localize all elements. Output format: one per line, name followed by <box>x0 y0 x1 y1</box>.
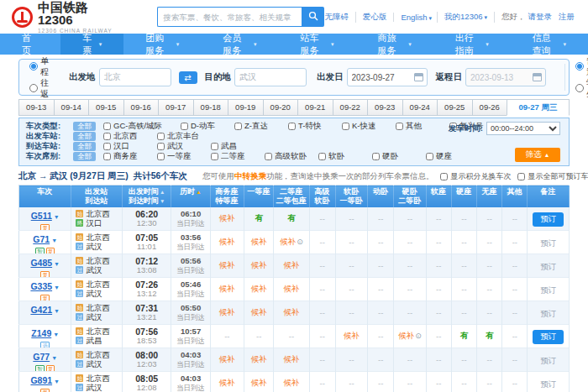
book-button[interactable]: 预订 <box>540 356 556 365</box>
date-tab[interactable]: 09-15 <box>88 99 124 116</box>
seat-cell[interactable]: --⊙ <box>309 207 335 231</box>
seat-cell[interactable]: --⊙ <box>309 230 335 253</box>
date-tab[interactable]: 09-23 <box>367 99 403 116</box>
seat-cell[interactable]: 候补⊙ <box>394 324 426 348</box>
date-tab[interactable]: 09-20 <box>263 99 299 116</box>
seat-cell[interactable]: --⊙ <box>451 207 476 231</box>
train-number-link[interactable]: G335 <box>30 281 52 291</box>
seat-cell[interactable]: 候补⊙ <box>210 207 244 231</box>
nav-item[interactable]: 首页 <box>0 34 60 55</box>
filter-option[interactable]: 软卧 <box>318 151 372 162</box>
column-header[interactable]: 硬卧 二等卧 <box>394 186 426 207</box>
seat-cell[interactable]: --⊙ <box>335 371 367 392</box>
depart-time-select[interactable]: 00:00--24:00 <box>486 122 560 135</box>
seat-cell[interactable]: --⊙ <box>394 253 426 277</box>
seat-cell[interactable]: --⊙ <box>368 324 394 348</box>
seat-cell[interactable]: --⊙ <box>368 301 394 324</box>
passenger-type-option[interactable]: 普通 <box>575 55 588 77</box>
filter-option[interactable]: Z-直达 <box>234 121 288 132</box>
seat-cell[interactable]: --⊙ <box>309 324 335 348</box>
nav-item[interactable]: 商旅服务 ▾ <box>356 34 433 55</box>
train-number-link[interactable]: G511 <box>31 211 52 221</box>
sort-desc-icon[interactable]: ▼ <box>160 198 165 204</box>
column-header[interactable]: 硬座 <box>451 186 476 207</box>
select-all-button[interactable]: 全部 <box>73 122 96 131</box>
refresh-icon[interactable]: ⊙ <box>415 332 422 340</box>
column-header[interactable]: 软卧 一等卧 <box>335 186 367 207</box>
seat-cell[interactable]: 候补⊙ <box>210 371 244 392</box>
filter-option-checkbox[interactable] <box>234 123 242 130</box>
nav-item[interactable]: 团购服务 ▾ <box>123 34 201 55</box>
date-tab[interactable]: 09-24 <box>402 99 438 116</box>
filter-option-checkbox[interactable] <box>318 153 326 160</box>
seat-cell[interactable]: --⊙ <box>394 207 426 231</box>
seat-cell[interactable]: --⊙ <box>335 301 367 324</box>
seat-cell[interactable]: --⊙ <box>502 371 528 392</box>
chevron-down-icon[interactable]: ▼ <box>54 214 60 220</box>
seat-cell[interactable]: --⊙ <box>368 371 394 392</box>
seat-cell[interactable]: 候补⊙ <box>210 301 244 324</box>
book-button[interactable]: 预订 <box>540 379 556 389</box>
seat-cell[interactable]: --⊙ <box>502 324 528 348</box>
seat-cell[interactable]: --⊙ <box>451 277 476 301</box>
filter-button[interactable]: 筛选▲ <box>515 148 560 162</box>
seat-cell[interactable]: 候补⊙ <box>210 230 244 253</box>
nav-item[interactable]: 车票 ▾ <box>60 34 123 55</box>
sort-asc-icon[interactable]: ▲ <box>160 189 165 195</box>
column-header[interactable]: 历时▲ <box>171 186 210 207</box>
seat-cell[interactable]: --⊙ <box>244 324 274 348</box>
seat-cell[interactable]: --⊙ <box>426 207 451 231</box>
seat-cell[interactable]: --⊙ <box>274 324 309 348</box>
trip-type-radio[interactable] <box>29 84 38 92</box>
points-checkbox[interactable] <box>440 173 448 180</box>
seat-cell[interactable]: 候补⊙ <box>274 277 309 301</box>
seat-cell[interactable]: --⊙ <box>451 230 476 253</box>
column-header[interactable]: 高级 软卧 <box>309 186 335 207</box>
seat-cell[interactable]: 候补⊙ <box>274 230 309 253</box>
seat-cell[interactable]: --⊙ <box>335 230 367 253</box>
seat-cell[interactable]: --⊙ <box>426 253 451 277</box>
chevron-down-icon[interactable]: ▼ <box>54 261 60 267</box>
filter-option-checkbox[interactable] <box>372 153 380 160</box>
seat-cell[interactable]: 有⊙ <box>244 207 274 231</box>
search-button[interactable] <box>302 7 324 27</box>
filter-option-checkbox[interactable] <box>211 153 218 160</box>
select-all-button[interactable]: 全部 <box>73 152 96 161</box>
seat-cell[interactable]: --⊙ <box>335 277 367 301</box>
seat-cell[interactable]: --⊙ <box>502 253 528 277</box>
date-tab[interactable]: 09-13 <box>18 99 55 116</box>
seat-cell[interactable]: --⊙ <box>335 253 367 277</box>
train-number-link[interactable]: Z149 <box>31 328 51 338</box>
filter-option-checkbox[interactable] <box>103 143 111 150</box>
seat-cell[interactable]: --⊙ <box>309 301 335 324</box>
date-tab[interactable]: 09-14 <box>54 99 90 116</box>
filter-option-checkbox[interactable] <box>342 123 349 130</box>
nav-item[interactable]: 出行指南 ▾ <box>433 34 511 55</box>
select-all-button[interactable]: 全部 <box>73 132 96 141</box>
seat-cell[interactable]: 候补⊙ <box>244 371 274 392</box>
bookable-checkbox[interactable] <box>517 173 525 180</box>
filter-option-checkbox[interactable] <box>103 153 111 160</box>
filter-option[interactable]: 商务座 <box>103 151 157 162</box>
column-header[interactable]: 软座 <box>426 186 451 207</box>
seat-cell[interactable]: 候补⊙ <box>244 277 274 301</box>
top-link[interactable]: English▾ <box>393 13 432 22</box>
calendar-icon[interactable] <box>533 73 542 81</box>
seat-cell[interactable]: --⊙ <box>477 371 502 392</box>
seat-cell[interactable]: --⊙ <box>368 230 394 253</box>
seat-cell[interactable]: --⊙ <box>477 230 502 253</box>
seat-cell[interactable]: --⊙ <box>309 277 335 301</box>
seat-cell[interactable]: 候补⊙ <box>244 253 274 277</box>
date-tab[interactable]: 09-19 <box>228 99 264 116</box>
train-number-link[interactable]: G891 <box>30 375 52 385</box>
filter-option-checkbox[interactable] <box>103 123 111 130</box>
sort-asc-icon[interactable]: ▲ <box>196 189 201 195</box>
filter-option[interactable]: K-快速 <box>342 121 396 132</box>
seat-cell[interactable]: 候补⊙ <box>274 253 309 277</box>
filter-option-checkbox[interactable] <box>157 153 165 160</box>
column-header[interactable]: 其他 <box>502 186 528 207</box>
seat-cell[interactable]: --⊙ <box>394 301 426 324</box>
seat-cell[interactable]: --⊙ <box>477 207 502 231</box>
seat-cell[interactable]: 有⊙ <box>477 324 502 348</box>
seat-cell[interactable]: --⊙ <box>368 253 394 277</box>
